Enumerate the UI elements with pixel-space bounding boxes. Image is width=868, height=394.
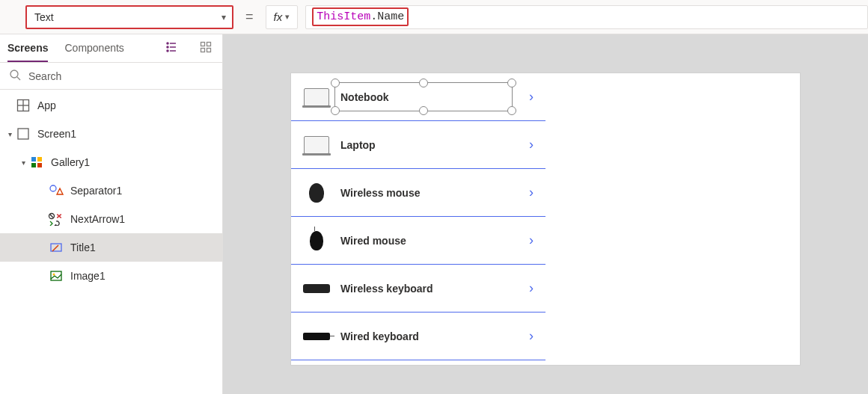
chevron-down-icon: ▾: [285, 12, 290, 22]
chevron-right-icon[interactable]: ›: [529, 185, 534, 200]
main-area: Screens Components: [0, 34, 868, 394]
svg-rect-16: [31, 157, 36, 161]
property-dropdown[interactable]: Text ▾: [25, 5, 233, 29]
svg-rect-6: [201, 43, 205, 46]
fx-dropdown[interactable]: fx ▾: [266, 5, 299, 29]
gallery-row[interactable]: Wired keyboard ›: [291, 313, 545, 360]
tree-grid-icon[interactable]: [197, 41, 215, 55]
svg-rect-7: [207, 43, 211, 46]
svg-line-11: [17, 77, 20, 80]
formula-token-prop: Name: [377, 10, 404, 23]
formula-token-dot: .: [370, 10, 377, 23]
equals-label: =: [241, 9, 258, 25]
svg-rect-19: [37, 163, 42, 167]
screen-icon: [15, 126, 31, 142]
svg-line-25: [52, 245, 58, 251]
chevron-down-icon[interactable]: ▾: [18, 158, 28, 167]
chevron-down-icon[interactable]: ▾: [4, 130, 15, 138]
tree-node-app[interactable]: App: [0, 91, 222, 120]
gallery-item-image[interactable]: [303, 87, 330, 107]
formula-input[interactable]: ThisItem.Name: [305, 5, 868, 29]
svg-line-23: [50, 215, 54, 218]
tree-node-screen1[interactable]: ▾ Screen1: [0, 120, 222, 148]
formula-expression: ThisItem.Name: [312, 7, 409, 26]
tree-node-label: Image1: [70, 270, 106, 282]
svg-point-20: [50, 185, 56, 191]
gallery-row[interactable]: Laptop ›: [291, 121, 545, 169]
svg-point-27: [53, 274, 55, 276]
tree-node-label: App: [37, 99, 56, 111]
chevron-right-icon[interactable]: ›: [529, 328, 534, 344]
chevron-down-icon: ▾: [221, 12, 226, 22]
gallery-row[interactable]: Wireless keyboard ›: [291, 265, 545, 313]
tree-list: App ▾ Screen1 ▾ Gallery1 Sep: [0, 90, 222, 394]
tree-node-nextarrow1[interactable]: NextArrow1: [0, 205, 222, 233]
tree-node-label: Gallery1: [51, 156, 90, 168]
chevron-right-icon[interactable]: ›: [529, 89, 534, 105]
chevron-right-icon[interactable]: ›: [529, 137, 534, 153]
gallery-item-title[interactable]: Wired mouse: [340, 235, 519, 247]
gallery-item-image[interactable]: [303, 279, 330, 298]
tree-list-icon[interactable]: [162, 41, 180, 55]
image-icon: [48, 268, 64, 284]
svg-point-10: [10, 70, 18, 78]
gallery-item-image[interactable]: [303, 183, 330, 203]
fx-icon: fx: [274, 10, 283, 23]
svg-marker-21: [57, 188, 63, 194]
svg-rect-9: [207, 49, 211, 52]
svg-point-5: [167, 50, 168, 52]
tree-node-label: Separator1: [70, 185, 122, 197]
formula-token-object: ThisItem: [317, 10, 370, 23]
tree-panel: Screens Components: [0, 34, 223, 394]
tree-node-gallery1[interactable]: ▾ Gallery1: [0, 148, 222, 176]
svg-point-4: [167, 46, 168, 48]
gallery-item-title[interactable]: Wireless mouse: [340, 187, 519, 199]
tab-components[interactable]: Components: [64, 34, 123, 62]
formula-bar: Text ▾ = fx ▾ ThisItem.Name: [0, 0, 868, 34]
tree-node-label: NextArrow1: [70, 213, 125, 225]
search-input[interactable]: [28, 70, 213, 82]
tab-components-label: Components: [64, 42, 123, 54]
property-dropdown-label: Text: [34, 11, 54, 23]
gallery-item-title[interactable]: Wireless keyboard: [340, 283, 519, 295]
gallery-item-title[interactable]: Wired keyboard: [340, 330, 519, 342]
screen1-canvas[interactable]: Notebook › Laptop › Wirele: [291, 73, 800, 365]
gallery-icon: [28, 154, 45, 170]
svg-rect-17: [37, 157, 42, 161]
tree-node-title1[interactable]: Title1: [0, 233, 222, 262]
gallery-item-image[interactable]: [303, 327, 330, 346]
label-icon: [48, 239, 64, 256]
gallery-item-image[interactable]: [303, 231, 330, 250]
tree-tabs: Screens Components: [0, 34, 222, 63]
svg-rect-15: [18, 129, 28, 139]
tree-node-label: Title1: [70, 241, 96, 253]
gallery-row[interactable]: Wired mouse ›: [291, 217, 545, 265]
app-icon: [15, 97, 31, 114]
chevron-right-icon[interactable]: ›: [529, 280, 534, 296]
separator-icon: [48, 182, 64, 199]
tree-node-label: Screen1: [37, 128, 76, 140]
icons-group-icon: [48, 211, 64, 227]
search-row: [0, 63, 222, 90]
tab-screens-label: Screens: [7, 42, 48, 54]
gallery-row[interactable]: Notebook ›: [291, 73, 545, 121]
tree-node-image1[interactable]: Image1: [0, 262, 222, 290]
tab-screens[interactable]: Screens: [7, 34, 48, 62]
svg-rect-8: [201, 49, 205, 52]
gallery-item-title[interactable]: Notebook: [340, 91, 519, 103]
gallery-row[interactable]: Wireless mouse ›: [291, 169, 545, 217]
design-canvas[interactable]: Notebook › Laptop › Wirele: [223, 34, 868, 394]
tree-node-separator1[interactable]: Separator1: [0, 176, 222, 205]
chevron-right-icon[interactable]: ›: [529, 233, 534, 248]
svg-point-3: [167, 43, 168, 44]
gallery-item-image[interactable]: [303, 135, 330, 155]
gallery-item-title[interactable]: Laptop: [340, 139, 519, 151]
search-icon: [9, 69, 21, 83]
svg-rect-18: [31, 163, 36, 167]
